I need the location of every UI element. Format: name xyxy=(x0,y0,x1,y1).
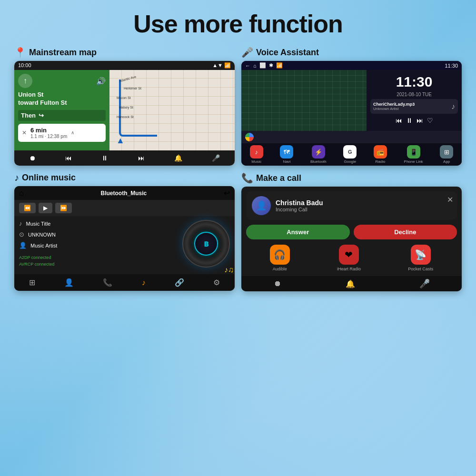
bottom-music[interactable]: ♪ xyxy=(139,278,149,288)
nav-eta: ✕ 6 min 1.1 mi · 12:38 pm ∧ xyxy=(18,124,106,142)
app-audible[interactable]: 🎧 Audible xyxy=(270,245,290,271)
map-time: 10:00 xyxy=(18,62,31,69)
music-back-icon[interactable]: ↩ xyxy=(224,188,230,198)
call-bottom-bell[interactable]: 🔔 xyxy=(346,279,355,288)
caller-avatar: 👤 xyxy=(252,196,271,215)
call-action-buttons: Answer Decline xyxy=(246,225,457,239)
call-bottom-bar: ⏺ 🔔 🎤 xyxy=(241,276,462,291)
music-section-label: ♪ Online music xyxy=(14,172,235,183)
voice-top-icons: ← ⌂ ⬜ ✱ 📶 xyxy=(245,62,283,69)
pocket-icon: 📡 xyxy=(411,245,431,265)
map-label-text: Mainstream map xyxy=(29,48,97,58)
icon-home[interactable]: ⌂ xyxy=(253,63,257,69)
bottom-link[interactable]: 🔗 xyxy=(172,277,187,288)
nav-volume[interactable]: 🔊 xyxy=(96,77,106,86)
music-screen-top: ⌂ Bluetooth_Music ↩ xyxy=(14,186,235,200)
ctrl-play-btn[interactable]: ▶ xyxy=(39,203,52,213)
call-bottom-home[interactable]: ⏺ xyxy=(274,279,281,288)
clock-time: 11:30 xyxy=(370,74,458,90)
map-btn-home[interactable]: ⏺ xyxy=(25,153,40,163)
app-bluetooth[interactable]: ⚡ Bluetooth xyxy=(310,145,327,164)
map-btn-bell[interactable]: 🔔 xyxy=(170,153,186,163)
music-screen-bottom: ⊞ 👤 📞 ♪ 🔗 ⚙ xyxy=(14,274,235,291)
music-screen-controls: ⏪ ▶ ⏩ xyxy=(14,200,235,216)
answer-button[interactable]: Answer xyxy=(246,225,350,239)
google-dot[interactable] xyxy=(245,133,254,141)
music-title-row: ♪ Music Title xyxy=(19,220,178,227)
map-top-bar: 10:00 ▲▼ 📶 xyxy=(14,61,235,70)
music-notes-decoration: ♪♫ xyxy=(224,266,234,274)
music-info: CheriCheriLady.mp3 Unknown Artist ♪ xyxy=(370,99,458,114)
call-bottom-mic[interactable]: 🎤 xyxy=(419,278,430,289)
music-artist-row: 👤 Music Artist xyxy=(19,242,178,249)
nav-then: Then ↪ xyxy=(18,110,106,121)
app-google-label: Google xyxy=(344,159,356,164)
ctrl-play[interactable]: ⏸ xyxy=(406,117,413,124)
nav-close[interactable]: ✕ xyxy=(22,129,27,136)
app-pocket-casts[interactable]: 📡 Pocket Casts xyxy=(408,245,433,271)
voice-time: 11:30 xyxy=(445,63,458,69)
music-album-row: ⊙ UNKNOWN xyxy=(19,231,178,238)
app-navi[interactable]: 🗺 Navi xyxy=(280,145,293,164)
map-pin: ▲ xyxy=(116,136,125,146)
icon-apps[interactable]: ⬜ xyxy=(259,62,266,69)
app-bt-label: Bluetooth xyxy=(310,159,327,164)
bottom-user[interactable]: 👤 xyxy=(61,277,77,288)
app-google-icon: G xyxy=(343,145,357,159)
street-halsey: Halsey St xyxy=(119,106,133,109)
then-arrow: ↪ xyxy=(39,112,44,119)
close-call-btn[interactable]: ✕ xyxy=(447,195,453,204)
app-phone-label: Phone Link xyxy=(404,159,423,164)
app-navi-label: Navi xyxy=(283,159,290,164)
app-app[interactable]: ⊞ App xyxy=(440,145,453,164)
music-title: CheriCheriLady.mp3 xyxy=(373,102,448,107)
nav-expand[interactable]: ∧ xyxy=(71,130,74,135)
call-icon-label: 📞 xyxy=(241,172,253,184)
app-music-icon: ♪ xyxy=(250,145,263,159)
map-btn-next[interactable]: ⏭ xyxy=(134,153,149,163)
ctrl-prev[interactable]: ⏮ xyxy=(396,117,402,124)
voice-main: 11:30 2021-08-10 TUE CheriCheriLady.mp3 … xyxy=(241,70,462,131)
app-google[interactable]: G Google xyxy=(343,145,357,164)
music-home-icon[interactable]: ⌂ xyxy=(19,189,24,198)
map-btn-mic[interactable]: 🎤 xyxy=(208,153,224,163)
app-iheart[interactable]: ❤ iHeart Radio xyxy=(337,245,361,271)
voice-section-label: 🎤 Voice Assistant xyxy=(241,47,462,58)
map-btn-prev[interactable]: ⏮ xyxy=(61,153,76,163)
map-content: ↑ 🔊 Union St toward Fulton St Then ↪ xyxy=(14,70,235,150)
music-section: ♪ Online music ⌂ Bluetooth_Music ↩ ⏪ ▶ ⏩ xyxy=(14,172,235,291)
map-btn-play[interactable]: ⏸ xyxy=(98,153,112,163)
decline-button[interactable]: Decline xyxy=(354,225,457,239)
street2: toward Fulton St xyxy=(18,99,106,107)
bottom-grid[interactable]: ⊞ xyxy=(26,277,38,288)
map-bottom-bar: ⏺ ⏮ ⏸ ⏭ 🔔 🎤 xyxy=(14,150,235,166)
music-info-panel: ♪ Music Title ⊙ UNKNOWN 👤 Music Artist xyxy=(19,220,178,270)
app-radio-icon: 📻 xyxy=(374,145,387,159)
call-screen: 👤 Christina Badu Incoming Call ✕ Answer … xyxy=(241,187,462,291)
google-assist-bar xyxy=(241,131,462,143)
app-music[interactable]: ♪ Music xyxy=(250,145,263,164)
ctrl-forward[interactable]: ⏩ xyxy=(55,203,72,213)
app-bt-icon: ⚡ xyxy=(312,145,325,159)
icon-back[interactable]: ← xyxy=(245,63,250,69)
app-radio[interactable]: 📻 Radio xyxy=(374,145,387,164)
map-screen: 10:00 ▲▼ 📶 ↑ 🔊 Union St toward Fulton St xyxy=(14,61,235,166)
map-area: ▲ Atlantic Ave Herkimer St Macon St Hals… xyxy=(109,70,235,150)
voice-clock-panel: 11:30 2021-08-10 TUE CheriCheriLady.mp3 … xyxy=(367,70,462,131)
app-phonelink[interactable]: 📱 Phone Link xyxy=(404,145,423,164)
music-controls: ⏮ ⏸ ⏭ ♡ xyxy=(370,116,458,125)
voice-icon: 🎤 xyxy=(241,47,253,58)
street1: Union St xyxy=(18,91,106,99)
ctrl-heart[interactable]: ♡ xyxy=(427,117,433,124)
call-section: 📞 Make a call 👤 Christina Badu Incoming … xyxy=(241,172,462,291)
avrcp-status: AVRCP connected xyxy=(19,261,178,268)
iheart-label: iHeart Radio xyxy=(337,267,361,271)
music-note-icon: ♪ xyxy=(451,102,455,111)
bottom-phone[interactable]: 📞 xyxy=(100,277,115,288)
bottom-settings[interactable]: ⚙ xyxy=(210,277,223,288)
ctrl-next[interactable]: ⏭ xyxy=(416,117,423,124)
voice-screen: ← ⌂ ⬜ ✱ 📶 11:30 11:30 2021-08-10 TUE xyxy=(241,61,462,166)
ctrl-rewind[interactable]: ⏪ xyxy=(19,203,36,213)
audible-label: Audible xyxy=(273,267,287,271)
eta-info: 6 min 1.1 mi · 12:38 pm xyxy=(30,127,67,139)
